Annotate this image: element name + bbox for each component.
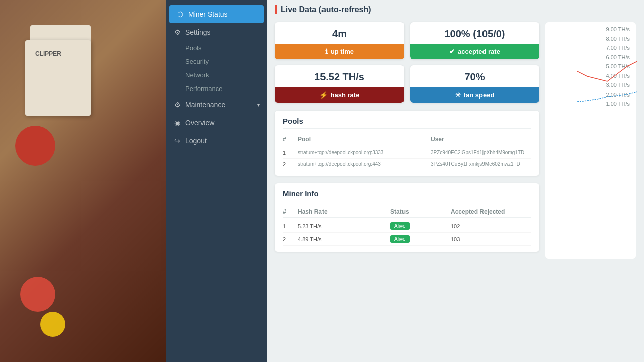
uptime-card: 4m ℹ up time bbox=[275, 22, 404, 59]
overview-icon: ◉ bbox=[173, 119, 181, 127]
settings-icon: ⚙ bbox=[173, 28, 181, 36]
live-data-header: Live Data (auto-refresh) bbox=[275, 5, 636, 14]
miner-col-num: # bbox=[283, 208, 298, 215]
miner-col-hashrate: Hash Rate bbox=[298, 208, 390, 215]
pool-row1-num: 1 bbox=[283, 150, 298, 156]
sidebar-item-security[interactable]: Security bbox=[166, 55, 267, 68]
alive-badge: Alive bbox=[390, 222, 410, 230]
hash-icon: ⚡ bbox=[319, 91, 328, 99]
content-wrapper: 4m ℹ up time 100% (105/0) ✔ accepted rat… bbox=[275, 22, 636, 259]
sidebar-item-performance[interactable]: Performance bbox=[166, 82, 267, 96]
uptime-label: ℹ up time bbox=[275, 44, 404, 59]
miner-col-status: Status bbox=[390, 208, 451, 215]
pool-row2-pool: stratum+tcp://deepool.ckpool.org:443 bbox=[298, 161, 431, 167]
table-row: 1 stratum+tcp://deepool.ckpool.org:3333 … bbox=[283, 147, 531, 159]
pool-col-user: User bbox=[431, 136, 531, 143]
miner-row2-status: Alive bbox=[390, 235, 451, 243]
table-row: 1 5.23 TH/s Alive 102 bbox=[283, 220, 531, 233]
sidebar-item-label: Settings bbox=[185, 28, 211, 36]
yellow-orb bbox=[40, 312, 65, 337]
logout-icon: ↪ bbox=[173, 137, 181, 145]
miner-info-title: Miner Info bbox=[283, 189, 531, 201]
chevron-down-icon: ▾ bbox=[257, 102, 260, 108]
sidebar-item-settings[interactable]: ⚙ Settings bbox=[166, 23, 267, 41]
fan-speed-value: 70% bbox=[410, 65, 539, 87]
sidebar: ⬡ Miner Status ⚙ Settings Pools Security… bbox=[166, 0, 267, 362]
sidebar-item-label: Maintenance bbox=[185, 101, 225, 109]
hash-rate-label: ⚡ hash rate bbox=[275, 87, 404, 103]
accepted-rate-value: 100% (105/0) bbox=[410, 22, 539, 44]
red-orb bbox=[20, 277, 55, 312]
sidebar-item-label: Overview bbox=[185, 119, 214, 127]
fan-icon: ✳ bbox=[455, 91, 461, 99]
accepted-rate-label: ✔ accepted rate bbox=[410, 44, 539, 59]
main-content: Live Data (auto-refresh) 4m ℹ up time 10… bbox=[267, 0, 644, 362]
chart-svg bbox=[577, 31, 637, 112]
alive-badge: Alive bbox=[390, 235, 410, 243]
miner-info-table-header: # Hash Rate Status Accepted Rejected bbox=[283, 206, 531, 218]
main-data: 4m ℹ up time 100% (105/0) ✔ accepted rat… bbox=[275, 22, 539, 259]
chart-area: 9.00 TH/s 8.00 TH/s 7.00 TH/s 6.00 TH/s … bbox=[545, 22, 636, 259]
check-icon: ✔ bbox=[449, 48, 455, 55]
pools-table-header: # Pool User bbox=[283, 134, 531, 145]
pool-col-num: # bbox=[283, 136, 298, 143]
accepted-rate-card: 100% (105/0) ✔ accepted rate bbox=[410, 22, 539, 59]
pool-row2-num: 2 bbox=[283, 161, 298, 167]
pool-row1-user: 3PZc940EC2iGps1Fd1jpXbh4M9omg1TD bbox=[431, 150, 531, 156]
maintenance-icon: ⚙ bbox=[173, 101, 181, 109]
table-row: 2 4.89 TH/s Alive 103 bbox=[283, 233, 531, 246]
pool-row1-pool: stratum+tcp://deepool.ckpool.org:3333 bbox=[298, 150, 431, 156]
miner-status-icon: ⬡ bbox=[176, 10, 184, 18]
sidebar-item-miner-status[interactable]: ⬡ Miner Status bbox=[169, 5, 264, 23]
uptime-icon: ℹ bbox=[325, 48, 328, 55]
pool-col-pool: Pool bbox=[298, 136, 431, 143]
stats-grid: 4m ℹ up time 100% (105/0) ✔ accepted rat… bbox=[275, 22, 539, 103]
miner-info-section: Miner Info # Hash Rate Status Accepted R… bbox=[275, 183, 539, 252]
hash-rate-value: 15.52 TH/s bbox=[275, 65, 404, 87]
pools-title: Pools bbox=[283, 117, 531, 129]
pool-row2-user: 3PZs40TCuBy1Fxmkjs9Me602mwz1TD bbox=[431, 161, 531, 167]
sidebar-item-pools[interactable]: Pools bbox=[166, 41, 267, 55]
miner-row2-num: 2 bbox=[283, 236, 298, 242]
miner-row1-num: 1 bbox=[283, 223, 298, 229]
miner-col-accepted: Accepted Rejected bbox=[451, 208, 531, 215]
sidebar-item-logout[interactable]: ↪ Logout bbox=[166, 132, 267, 150]
clipper-label: CLIPPER bbox=[35, 50, 61, 57]
miner-row2-hashrate: 4.89 TH/s bbox=[298, 236, 390, 242]
decorative-photo: CLIPPER bbox=[0, 0, 166, 362]
miner-row1-accepted: 102 bbox=[451, 223, 531, 229]
uptime-value: 4m bbox=[275, 22, 404, 44]
table-row: 2 stratum+tcp://deepool.ckpool.org:443 3… bbox=[283, 159, 531, 170]
miner-row1-hashrate: 5.23 TH/s bbox=[298, 223, 390, 229]
fan-speed-label: ✳ fan speed bbox=[410, 87, 539, 103]
miner-row1-status: Alive bbox=[390, 222, 451, 230]
sidebar-item-label: Miner Status bbox=[188, 10, 228, 18]
miner-row2-accepted: 103 bbox=[451, 236, 531, 242]
sidebar-item-overview[interactable]: ◉ Overview bbox=[166, 114, 267, 132]
hash-rate-card: 15.52 TH/s ⚡ hash rate bbox=[275, 65, 404, 103]
live-data-title: Live Data (auto-refresh) bbox=[281, 5, 371, 14]
sidebar-item-label: Logout bbox=[185, 137, 207, 145]
sidebar-item-maintenance[interactable]: ⚙ Maintenance ▾ bbox=[166, 96, 267, 114]
pools-section: Pools # Pool User 1 stratum+tcp://deepoo… bbox=[275, 111, 539, 176]
sidebar-item-network[interactable]: Network bbox=[166, 68, 267, 82]
fan-speed-card: 70% ✳ fan speed bbox=[410, 65, 539, 103]
